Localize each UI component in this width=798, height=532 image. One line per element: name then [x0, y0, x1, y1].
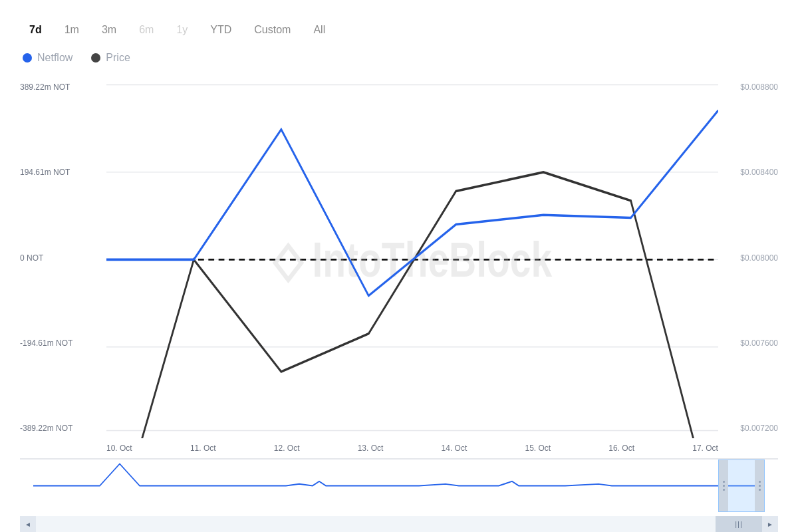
y-label-left: 0 NOT — [20, 253, 106, 263]
netflow-dot — [23, 53, 32, 63]
scroll-track: ||| — [36, 516, 762, 532]
y-axis-right: $0.008800$0.008400$0.008000$0.007600$0.0… — [718, 77, 778, 438]
scroll-left-button[interactable]: ◄ — [20, 516, 36, 532]
chart-legend: Netflow Price — [20, 52, 778, 64]
chart-svg: ◇ IntoTheBlock — [106, 77, 718, 438]
grip-line — [723, 481, 725, 483]
x-label: 12. Oct — [274, 444, 300, 453]
mini-chart-svg — [33, 460, 765, 512]
chart-wrapper: 389.22m NOT194.61m NOT0 NOT-194.61m NOT-… — [20, 77, 778, 532]
grip-lines-right — [759, 481, 761, 491]
x-label: 15. Oct — [525, 444, 551, 453]
x-label: 14. Oct — [442, 444, 467, 453]
y-label-left: 389.22m NOT — [20, 82, 106, 92]
scroll-right-button[interactable]: ► — [762, 516, 778, 532]
mini-chart-svg-area — [33, 460, 765, 512]
grip-line — [759, 489, 761, 491]
price-line — [106, 172, 718, 438]
time-btn-6m: 6m — [130, 20, 163, 40]
time-btn-all[interactable]: All — [304, 20, 334, 40]
y-label-left: -194.61m NOT — [20, 338, 106, 348]
y-label-right: $0.008000 — [718, 253, 778, 263]
x-axis: 10. Oct11. Oct12. Oct13. Oct14. Oct15. O… — [106, 438, 718, 458]
price-label: Price — [106, 52, 130, 64]
grip-line — [723, 489, 725, 491]
y-label-right: $0.007200 — [718, 424, 778, 433]
nav-grip-right[interactable] — [755, 460, 764, 511]
y-label-left: -389.22m NOT — [20, 424, 106, 433]
x-label: 10. Oct — [106, 444, 132, 453]
time-range-selector: 7d1m3m6m1yYTDCustomAll — [20, 20, 778, 40]
y-axis-left: 389.22m NOT194.61m NOT0 NOT-194.61m NOT-… — [20, 77, 106, 438]
y-label-right: $0.007600 — [718, 338, 778, 348]
grip-line — [759, 485, 761, 487]
grip-line — [723, 485, 725, 487]
main-container: 7d1m3m6m1yYTDCustomAll Netflow Price 389… — [0, 0, 798, 532]
x-label: 17. Oct — [692, 444, 718, 453]
scroll-bar: ◄ ||| ► — [20, 516, 778, 532]
y-label-left: 194.61m NOT — [20, 168, 106, 177]
mini-chart-wrapper: May '24Jul '24Sep '24 ◄ ||| ► — [20, 459, 778, 532]
grip-lines-left — [723, 481, 725, 491]
time-btn-7d[interactable]: 7d — [20, 20, 51, 40]
scroll-grip-icon: ||| — [735, 520, 743, 528]
main-chart: 389.22m NOT194.61m NOT0 NOT-194.61m NOT-… — [20, 77, 778, 459]
x-label: 13. Oct — [358, 444, 384, 453]
x-label: 16. Oct — [608, 444, 634, 453]
price-dot — [91, 53, 100, 63]
netflow-label: Netflow — [37, 52, 72, 64]
time-btn-3m[interactable]: 3m — [92, 20, 126, 40]
time-btn-1y: 1y — [167, 20, 197, 40]
y-label-right: $0.008400 — [718, 168, 778, 177]
nav-grip-left[interactable] — [719, 460, 728, 511]
time-btn-custom[interactable]: Custom — [245, 20, 300, 40]
time-btn-ytd[interactable]: YTD — [201, 20, 241, 40]
grip-line — [759, 481, 761, 483]
scroll-thumb[interactable]: ||| — [716, 516, 762, 532]
navigator-handle[interactable] — [718, 460, 765, 512]
y-label-right: $0.008800 — [718, 82, 778, 92]
x-label: 11. Oct — [190, 444, 216, 453]
legend-netflow: Netflow — [23, 52, 72, 64]
chart-svg-area: ◇ IntoTheBlock — [106, 77, 718, 438]
legend-price: Price — [91, 52, 130, 64]
time-btn-1m[interactable]: 1m — [55, 20, 88, 40]
